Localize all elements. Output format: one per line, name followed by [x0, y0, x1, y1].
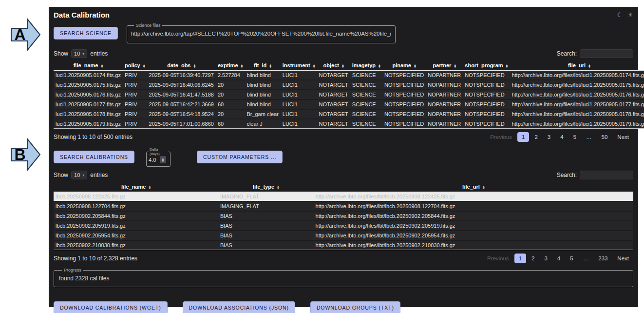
table-cell: NOTSPECIFIED — [382, 109, 426, 119]
sort-icon[interactable]: ▲▼ — [269, 64, 271, 68]
step-down-icon[interactable]: ▼ — [162, 160, 164, 162]
delta-days-input[interactable] — [149, 157, 158, 163]
next-page-button[interactable]: Next — [613, 132, 633, 142]
sort-icon[interactable]: ▲▼ — [277, 185, 279, 189]
page-size-select[interactable]: 10▾ — [71, 49, 87, 58]
previous-page-button[interactable]: Previous — [483, 254, 513, 263]
sort-icon[interactable]: ▲▼ — [143, 64, 145, 68]
dark-theme-icon[interactable]: ☾ — [617, 11, 623, 19]
search-science-button[interactable]: SEARCH SCIENCE — [54, 27, 118, 39]
column-header-file_url[interactable]: file_url▲▼ — [510, 61, 644, 71]
table-cell: blind blind — [245, 80, 280, 90]
column-header-date_obs[interactable]: date_obs▲▼ — [147, 61, 216, 71]
column-header-file_name[interactable]: file_name▲▼ — [54, 182, 218, 192]
pagination-ellipsis: … — [579, 254, 593, 263]
table-cell: http://archive.lbto.org/files/lbt/luci1.… — [510, 109, 644, 119]
sort-icon[interactable]: ▲▼ — [588, 64, 590, 68]
annotation-arrow-b: B — [10, 138, 41, 171]
table-row[interactable]: lbcb.20250902.210030.fits.gzBIAShttp://a… — [54, 240, 633, 250]
annotation-arrow-a: A — [10, 18, 41, 51]
column-header-short_program[interactable]: short_program▲▼ — [463, 61, 510, 71]
number-stepper[interactable]: ▲▼ — [160, 156, 166, 163]
table-row[interactable]: lbcb.20250908.122425.fits.gzIMAGING_FLAT… — [54, 192, 633, 202]
page-button-4[interactable]: 4 — [556, 132, 568, 142]
column-header-file_type[interactable]: file_type▲▼ — [218, 182, 314, 192]
table-cell: NOTSPECIFIED — [463, 71, 510, 80]
column-header-file_url[interactable]: file_url▲▼ — [314, 182, 633, 192]
column-header-exptime[interactable]: exptime▲▼ — [216, 61, 245, 71]
table-row[interactable]: luci1.20250905.0177.fits.gzPRIV2025-09-0… — [54, 99, 644, 109]
page-button-4[interactable]: 4 — [553, 254, 565, 263]
download-calibrations-wget-button[interactable]: DOWNLOAD CALIBRATIONS (WGET) — [54, 301, 168, 313]
table-cell: SCIENCE — [350, 99, 382, 109]
sort-icon[interactable]: ▲▼ — [379, 64, 380, 68]
column-header-flt_id[interactable]: flt_id▲▼ — [245, 61, 280, 71]
table-cell: http://archive.lbto.org/files/lbt/lbcb.2… — [314, 231, 633, 240]
sort-icon[interactable]: ▲▼ — [483, 185, 485, 189]
column-header-file_name[interactable]: file_name▲▼ — [54, 61, 123, 71]
column-header-imagetyp[interactable]: imagetyp▲▼ — [350, 61, 382, 71]
column-header-label: exptime — [218, 62, 238, 68]
light-theme-icon[interactable]: ☀ — [627, 11, 633, 19]
table-cell: luci1.20250905.0176.fits.gz — [54, 90, 123, 99]
column-header-object[interactable]: object▲▼ — [317, 61, 350, 71]
sort-icon[interactable]: ▲▼ — [506, 64, 508, 68]
download-associations-json-button[interactable]: DOWNLOAD ASSOCIATIONS (JSON) — [183, 301, 295, 313]
table-row[interactable]: luci1.20250905.0178.fits.gzPRIV2025-09-0… — [54, 109, 644, 119]
science-url-input[interactable] — [131, 31, 391, 37]
page-button-1[interactable]: 1 — [517, 132, 529, 142]
page-button-50[interactable]: 50 — [597, 132, 612, 142]
download-groups-txt-button[interactable]: DOWNLOAD GROUPS (TXT) — [310, 301, 400, 313]
table-cell: luci1.20250905.0178.fits.gz — [54, 109, 123, 119]
next-page-button[interactable]: Next — [613, 254, 633, 263]
table-row[interactable]: luci1.20250905.0175.fits.gzPRIV2025-09-0… — [54, 80, 644, 90]
sort-icon[interactable]: ▲▼ — [241, 64, 243, 68]
page-button-5[interactable]: 5 — [569, 132, 581, 142]
page-button-3[interactable]: 3 — [543, 132, 555, 142]
table-row[interactable]: lbcb.20250902.205919.fits.gzBIAShttp://a… — [54, 221, 633, 231]
table-cell: http://archive.lbto.org/files/lbt/lbcb.2… — [314, 201, 633, 211]
table-cell: 2025-09-05T16:39:40.7297 — [147, 71, 216, 80]
column-header-policy[interactable]: policy▲▼ — [123, 61, 147, 71]
table-row[interactable]: luci1.20250905.0176.fits.gzPRIV2025-09-0… — [54, 90, 644, 99]
custom-parameters-button[interactable]: CUSTOM PARAMETERS ... — [197, 151, 283, 163]
page-button-3[interactable]: 3 — [540, 254, 551, 263]
sort-icon[interactable]: ▲▼ — [149, 185, 151, 189]
sort-icon[interactable]: ▲▼ — [101, 64, 103, 68]
page-button-2[interactable]: 2 — [527, 254, 539, 263]
page-size-select[interactable]: 10▾ — [71, 171, 87, 179]
table-cell: IMAGING_FLAT — [218, 201, 314, 211]
sort-icon[interactable]: ▲▼ — [342, 64, 344, 68]
sort-icon[interactable]: ▲▼ — [414, 64, 416, 68]
page-button-5[interactable]: 5 — [566, 254, 577, 263]
table-row[interactable]: lbcb.20250902.205844.fits.gzBIAShttp://a… — [54, 211, 633, 221]
page-button-233[interactable]: 233 — [594, 254, 612, 263]
table-cell: luci1.20250905.0175.fits.gz — [54, 80, 123, 90]
sort-icon[interactable]: ▲▼ — [454, 64, 456, 68]
page-button-1[interactable]: 1 — [514, 254, 526, 263]
sort-icon[interactable]: ▲▼ — [313, 64, 315, 68]
table-cell: 2.527284 — [216, 71, 245, 80]
table-row[interactable]: lbcb.20250902.205954.fits.gzBIAShttp://a… — [54, 231, 633, 240]
search-calibrations-button[interactable]: SEARCH CALIBRATIONS — [54, 151, 134, 163]
column-header-label: file_url — [462, 184, 480, 190]
annotation-letter: A — [14, 26, 25, 43]
table-cell: NOTSPECIFIED — [382, 90, 426, 99]
table-cell: NOTSPECIFIED — [463, 109, 510, 119]
table-cell: 2025-09-05T17:01:00.6860 — [147, 119, 216, 129]
table-row[interactable]: lbcb.20250908.122704.fits.gzIMAGING_FLAT… — [54, 201, 633, 211]
previous-page-button[interactable]: Previous — [486, 132, 516, 142]
science-table-search-input[interactable] — [580, 49, 633, 58]
table-row[interactable]: luci1.20250905.0174.fits.gzPRIV2025-09-0… — [54, 71, 644, 80]
science-table-pagination: Previous12345…50Next — [486, 132, 633, 142]
table-cell: PRIV — [123, 109, 147, 119]
sort-icon[interactable]: ▲▼ — [193, 64, 195, 68]
column-header-partner[interactable]: partner▲▼ — [426, 61, 463, 71]
table-row[interactable]: luci1.20250905.0179.fits.gzPRIV2025-09-0… — [54, 119, 644, 129]
column-header-instrument[interactable]: instrument▲▼ — [281, 61, 317, 71]
table-cell: luci1.20250905.0177.fits.gz — [54, 99, 123, 109]
calibration-table-search-input[interactable] — [580, 171, 633, 179]
column-header-piname[interactable]: piname▲▼ — [382, 61, 426, 71]
table-cell: LUCI1 — [281, 71, 317, 80]
page-button-2[interactable]: 2 — [530, 132, 542, 142]
